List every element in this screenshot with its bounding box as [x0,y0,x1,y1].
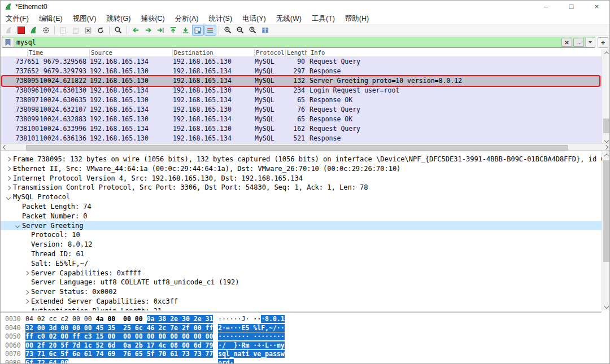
menu-item-6[interactable]: 统计(S) [203,13,237,24]
expander-closed-icon[interactable] [22,291,31,294]
column-header-protocol[interactable]: Protocol [255,49,286,56]
scroll-right-icon[interactable] [602,144,610,150]
detail-line[interactable]: Server Language: utf8 COLLATE utf8_unico… [1,278,602,287]
scroll-down-icon[interactable] [602,302,610,310]
expander-closed-icon[interactable] [4,167,13,170]
hex-row[interactable]: 004032 00 3d 00 00 00 45 35 25 6c 46 2c … [1,324,602,333]
scroll-up-icon[interactable] [602,151,610,159]
details-scrollbar[interactable] [602,151,610,310]
detail-line[interactable]: Packet Number: 0 [1,212,602,221]
hex-row[interactable]: 007073 71 6c 5f 6e 61 74 69 76 65 5f 70 … [1,350,602,359]
expander-closed-icon[interactable] [22,300,31,303]
go-back-icon[interactable] [130,25,142,36]
column-header-info[interactable]: Info [307,49,602,56]
packet-row[interactable]: 73809810024.632107192.168.165.134192.168… [1,105,602,115]
display-filter-input[interactable] [14,38,561,47]
column-header-length[interactable]: Length [286,49,307,56]
go-first-icon[interactable] [167,25,179,36]
menu-item-3[interactable]: 跳转(G) [101,13,136,24]
expander-closed-icon[interactable] [22,271,31,275]
scroll-left-icon[interactable] [1,144,10,150]
zoom-out-icon[interactable] [234,25,246,36]
detail-line[interactable]: Server Greeting [1,221,602,231]
start-capture-icon[interactable] [3,25,15,36]
packet-row[interactable]: 73809710024.630635192.168.165.130192.168… [1,95,602,105]
column-header-source[interactable]: Source [90,49,173,56]
colorize-icon[interactable] [204,25,216,36]
hex-row[interactable]: 00806f 72 64 00ord· [1,359,602,364]
detail-line[interactable]: Server Status: 0x0002 [1,287,602,297]
column-header-no[interactable] [1,49,28,56]
expander-closed-icon[interactable] [4,157,13,161]
detail-line[interactable]: Salt: E5%lF,~/ [1,259,602,269]
close-button[interactable]: × [584,1,609,13]
find-packet-icon[interactable] [112,25,124,36]
detail-line[interactable]: Protocol: 10 [1,230,602,240]
packet-row[interactable]: 7376519679.329568192.168.165.134192.168.… [1,57,602,67]
detail-line[interactable]: Version: 8.0.12 [1,240,602,249]
filter-bookmark-icon[interactable] [2,38,14,47]
zoom-in-icon[interactable] [222,25,234,36]
save-file-icon[interactable] [70,25,82,36]
menu-item-9[interactable]: 工具(T) [307,13,340,24]
scroll-up-icon[interactable] [602,49,610,57]
detail-line[interactable]: Authentication Plugin Length: 21 [1,306,602,310]
packet-row[interactable]: 73810010024.633996192.168.165.134192.168… [1,124,602,134]
expander-closed-icon[interactable] [4,186,13,190]
go-last-icon[interactable] [180,25,191,36]
detail-line[interactable]: Packet Length: 74 [1,202,602,212]
close-file-icon[interactable] [82,25,94,36]
auto-scroll-icon[interactable] [192,25,204,36]
detail-line[interactable]: Extended Server Capabilities: 0xc3ff [1,297,602,306]
maximize-button[interactable]: □ [559,1,584,13]
packet-row[interactable]: 73810110024.636136192.168.165.130192.168… [1,134,602,143]
hex-row[interactable]: 003004 02 cc c2 00 00 4a 00 00 00 0a 38 … [1,315,602,324]
menu-item-7[interactable]: 电话(Y) [237,13,271,24]
scrollbar-thumb[interactable] [603,119,609,133]
filter-apply-icon[interactable]: → [573,38,584,47]
packet-row[interactable]: 73809910024.632883192.168.165.130192.168… [1,115,602,124]
column-header-destination[interactable]: Destination [173,49,255,56]
open-file-icon[interactable] [58,25,69,36]
menu-item-4[interactable]: 捕获(C) [136,13,169,24]
horizontal-scrollbar[interactable] [1,143,610,151]
reload-icon[interactable] [95,25,107,36]
detail-line[interactable]: Transmission Control Protocol, Src Port:… [1,183,602,192]
detail-line[interactable]: Server Capabilities: 0xffff [1,269,602,278]
go-to-packet-icon[interactable] [155,25,167,36]
expander-open-icon[interactable] [13,224,22,227]
zoom-reset-icon[interactable] [247,25,259,36]
scrollbar-thumb[interactable] [26,145,568,151]
menu-item-5[interactable]: 分析(A) [170,13,204,24]
menu-item-10[interactable]: 帮助(H) [340,13,374,24]
column-header-time[interactable]: Time [28,49,90,56]
hex-row[interactable]: 0050ff c0 02 00 ff c3 15 00 00 00 00 00 … [1,332,602,341]
expander-open-icon[interactable] [4,196,13,199]
detail-line[interactable]: Frame 738095: 132 bytes on wire (1056 bi… [1,155,602,164]
filter-add-button[interactable]: + [598,37,608,48]
menu-item-8[interactable]: 无线(W) [271,13,307,24]
packet-row[interactable]: 73809510024.621822192.168.165.130192.168… [1,76,602,86]
filter-dropdown-icon[interactable] [585,38,595,47]
menu-item-1[interactable]: 编辑(E) [34,13,68,24]
detail-line[interactable]: Ethernet II, Src: VMware_44:64:1a (00:0c… [1,164,602,174]
minimize-button[interactable]: – [533,1,559,13]
packet-list-scrollbar[interactable] [602,49,610,144]
restart-capture-icon[interactable] [28,25,40,36]
go-forward-icon[interactable] [142,25,154,36]
packet-row[interactable]: 73809610024.630130192.168.165.134192.168… [1,86,602,95]
detail-line[interactable]: MySQL Protocol [1,192,602,202]
expander-closed-icon[interactable] [4,177,13,180]
menu-item-2[interactable]: 视图(V) [68,13,102,24]
packet-row[interactable]: 7376529679.329793192.168.165.130192.168.… [1,67,602,76]
stop-capture-icon[interactable] [15,25,27,36]
capture-options-icon[interactable] [40,25,52,36]
hex-row[interactable]: 006000 2f 20 5f 7d 1c 52 6d 0a 2b 17 4c … [1,341,602,350]
scrollbar-thumb[interactable] [603,160,609,262]
ascii-text: ord· [218,359,234,364]
resize-columns-icon[interactable] [259,25,271,36]
filter-clear-icon[interactable]: ✕ [561,38,572,47]
menu-item-0[interactable]: 文件(F) [1,13,34,24]
detail-line[interactable]: Internet Protocol Version 4, Src: 192.16… [1,174,602,183]
detail-line[interactable]: Thread ID: 61 [1,249,602,259]
